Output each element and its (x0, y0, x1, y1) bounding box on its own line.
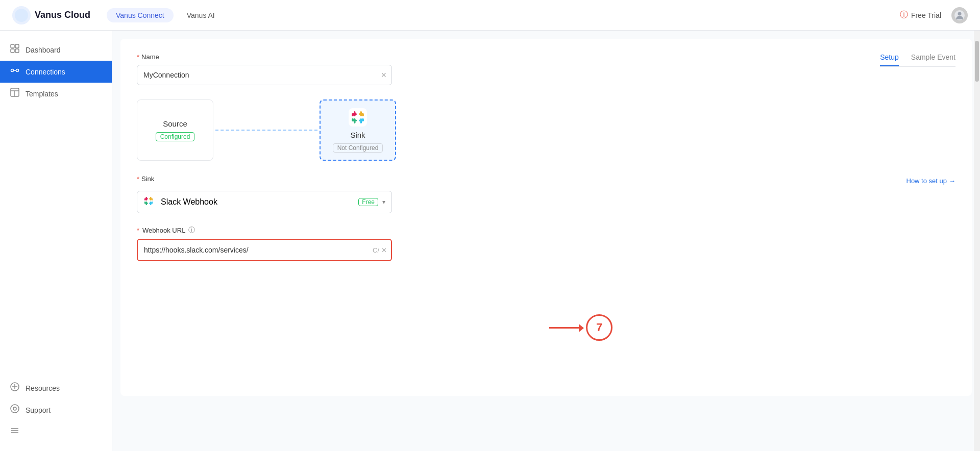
nav-tab-connect[interactable]: Vanus Connect (107, 8, 174, 22)
free-trial[interactable]: ⓘ Free Trial (900, 10, 941, 20)
name-input[interactable] (137, 65, 392, 85)
sink-slack-icon (143, 196, 156, 208)
svg-point-9 (16, 69, 19, 72)
topnav: ☁ Vanus Cloud Vanus Connect Vanus AI ⓘ F… (0, 0, 980, 31)
info-circle-icon: ⓘ (900, 10, 908, 20)
name-required: * (137, 53, 139, 61)
not-configured-badge: Not Configured (333, 143, 383, 153)
name-label-text: Name (141, 53, 159, 61)
how-to-link[interactable]: How to set up → (906, 177, 956, 185)
templates-label: Templates (26, 90, 58, 98)
logo-text: Vanus Cloud (35, 10, 90, 20)
dashboard-icon (10, 44, 19, 56)
sidebar: Dashboard Connections Templates (0, 31, 112, 451)
scrollbar[interactable] (974, 31, 980, 451)
connections-label: Connections (26, 68, 65, 76)
svg-rect-5 (15, 44, 19, 48)
sidebar-item-templates[interactable]: Templates (0, 83, 112, 105)
sink-field-label: * Sink (137, 175, 154, 183)
svg-rect-22 (349, 108, 367, 127)
sink-required: * (137, 175, 139, 183)
webhook-label: * Webhook URL ⓘ (137, 225, 955, 235)
svg-point-31 (352, 118, 354, 120)
annotation-circle-7: 7 (586, 314, 612, 341)
svg-rect-7 (15, 49, 19, 53)
sink-section-label-text: Sink (141, 175, 154, 183)
logo-icon: ☁ (12, 6, 31, 24)
webhook-required: * (137, 227, 139, 234)
support-icon (10, 404, 19, 416)
svg-point-46 (152, 202, 153, 203)
sink-selector[interactable]: Slack Webhook Free ▾ (137, 191, 392, 213)
svg-point-43 (144, 202, 146, 203)
sink-selector-left: Slack Webhook (143, 196, 217, 208)
webhook-suffix-text: C/ (373, 246, 379, 254)
webhook-section: * Webhook URL ⓘ C/ ✕ (137, 225, 955, 261)
resources-label: Resources (26, 384, 60, 392)
svg-point-40 (152, 199, 153, 201)
logo-area: ☁ Vanus Cloud (12, 6, 90, 24)
sidebar-item-support[interactable]: Support (0, 399, 112, 421)
nav-tab-ai[interactable]: Vanus AI (178, 8, 224, 22)
dashboard-label: Dashboard (26, 46, 61, 54)
webhook-clear-icon[interactable]: ✕ (381, 246, 387, 254)
free-badge: Free (358, 198, 378, 206)
free-trial-label: Free Trial (911, 11, 941, 19)
source-box[interactable]: Source Configured (137, 99, 213, 161)
arrow-line (549, 327, 580, 329)
sink-selector-right: Free ▾ (358, 198, 385, 206)
how-to-label: How to set up (906, 177, 947, 185)
webhook-input-wrapper: C/ ✕ (137, 239, 392, 261)
resources-icon (10, 382, 19, 394)
svg-point-28 (362, 114, 364, 116)
svg-rect-4 (11, 44, 14, 48)
svg-point-3 (958, 12, 962, 15)
sidebar-spacer (0, 105, 112, 377)
tab-setup[interactable]: Setup (880, 53, 899, 66)
sidebar-item-connections[interactable]: Connections (0, 61, 112, 83)
main-content: Setup Sample Event * Name ✕ Source Confi… (112, 31, 980, 451)
support-label: Support (26, 406, 51, 414)
nav-tabs: Vanus Connect Vanus AI (107, 8, 224, 22)
svg-rect-6 (11, 49, 14, 53)
source-label: Source (163, 119, 187, 128)
connections-icon (10, 66, 19, 78)
webhook-label-text: Webhook URL (142, 227, 185, 234)
user-avatar[interactable] (951, 7, 968, 23)
webhook-input[interactable] (137, 239, 392, 261)
svg-point-34 (362, 118, 364, 120)
svg-point-25 (352, 114, 354, 116)
dropdown-arrow-icon: ▾ (382, 198, 385, 206)
configured-badge: Configured (156, 132, 195, 141)
svg-point-17 (11, 405, 19, 413)
svg-point-8 (11, 69, 14, 72)
annotation-arrow: 7 (549, 314, 612, 341)
webhook-suffix: C/ ✕ (373, 246, 387, 254)
topnav-right: ⓘ Free Trial (900, 7, 968, 23)
name-input-wrapper: ✕ (137, 65, 392, 85)
templates-icon (10, 88, 19, 99)
diagram-row: Source Configured (137, 99, 955, 161)
tab-sample-event[interactable]: Sample Event (911, 53, 955, 66)
svg-point-37 (144, 199, 146, 201)
name-clear-icon[interactable]: ✕ (381, 71, 387, 79)
sidebar-item-resources[interactable]: Resources (0, 377, 112, 399)
connection-panel: Setup Sample Event * Name ✕ Source Confi… (120, 39, 972, 396)
svg-rect-11 (11, 88, 19, 96)
panel-tabs: Setup Sample Event (880, 53, 955, 67)
sink-section: * Sink How to set up → (137, 175, 955, 213)
sidebar-item-dashboard[interactable]: Dashboard (0, 39, 112, 61)
sink-label: Sink (350, 131, 365, 139)
webhook-info-icon[interactable]: ⓘ (188, 225, 195, 235)
sink-name-label: Slack Webhook (161, 197, 217, 207)
layout: Dashboard Connections Templates (0, 31, 980, 451)
svg-point-0 (15, 9, 28, 22)
slack-logo (349, 108, 367, 127)
arrow-right-icon: → (949, 177, 955, 185)
svg-point-18 (13, 407, 16, 410)
menu-icon (10, 426, 19, 438)
sink-section-header: * Sink How to set up → (137, 175, 955, 187)
sidebar-item-menu[interactable] (0, 421, 112, 443)
scrollbar-thumb (975, 41, 979, 82)
sink-box[interactable]: Sink Not Configured (320, 99, 396, 161)
